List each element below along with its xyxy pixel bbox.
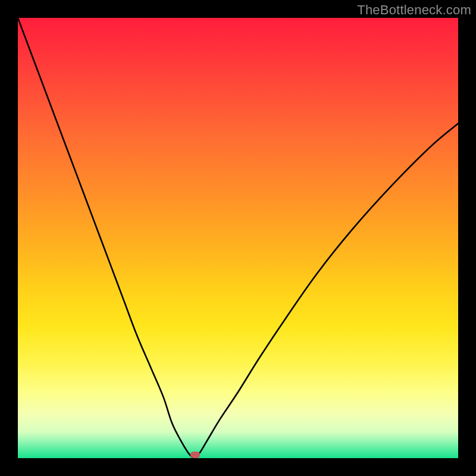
- bottleneck-curve: [18, 18, 458, 458]
- watermark-text: TheBottleneck.com: [357, 2, 471, 18]
- plot-area: [18, 18, 458, 458]
- optimal-point-marker: [190, 452, 200, 458]
- chart-frame: TheBottleneck.com: [0, 0, 476, 476]
